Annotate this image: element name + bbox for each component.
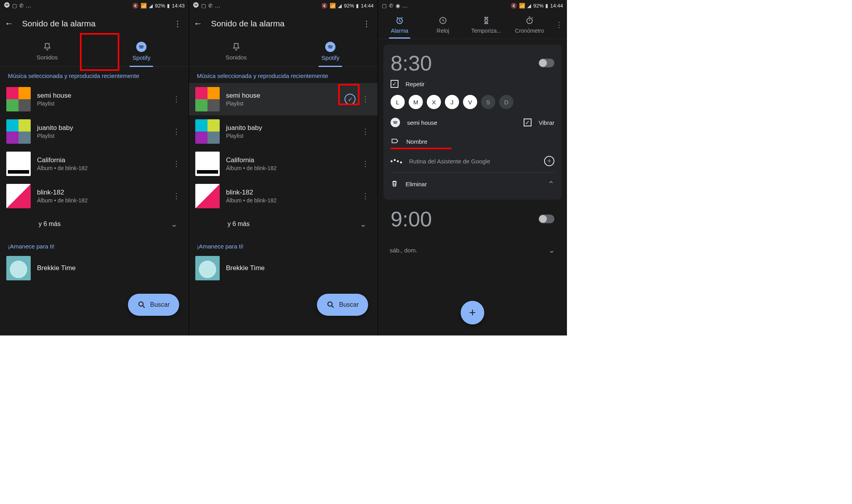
- track-row-brekkie[interactable]: Brekkie Time: [189, 252, 378, 280]
- alarm-time[interactable]: 9:00: [391, 207, 432, 231]
- repeat-checkbox[interactable]: [391, 80, 398, 88]
- track-subtitle: Playlist: [226, 100, 338, 107]
- album-art: [6, 152, 31, 176]
- chevron-up-icon[interactable]: ⌄: [548, 179, 554, 189]
- repeat-label: Repetir: [406, 81, 424, 87]
- track-title: Brekkie Time: [37, 264, 182, 272]
- track-menu-icon[interactable]: ⋮: [359, 157, 371, 170]
- overflow-menu-icon[interactable]: ⋮: [171, 19, 184, 28]
- track-row-semi-house[interactable]: semi house Playlist ✓ ⋮: [189, 83, 378, 115]
- whatsapp-icon: ✆: [208, 3, 213, 9]
- day-pill-X[interactable]: X: [427, 95, 441, 109]
- image-icon: ▢: [201, 3, 206, 9]
- tab-spotify[interactable]: Spotify: [94, 36, 189, 67]
- repeat-row[interactable]: Repetir: [391, 75, 554, 93]
- track-row-blink182[interactable]: blink-182 Álbum • de blink-182 ⋮: [189, 180, 378, 212]
- sound-row[interactable]: semi house Vibrar: [391, 113, 554, 132]
- tab-sounds[interactable]: Sonidos: [189, 36, 283, 67]
- album-art: [195, 256, 220, 280]
- alarm-summary-row[interactable]: sáb., dom. ⌄: [378, 243, 567, 261]
- back-icon[interactable]: ←: [194, 19, 202, 29]
- svg-point-1: [139, 302, 143, 306]
- more-row[interactable]: y 6 más ⌄: [0, 212, 189, 236]
- spotify-tab-icon: [136, 42, 146, 52]
- track-row-brekkie[interactable]: Brekkie Time: [0, 252, 189, 280]
- search-fab[interactable]: Buscar: [317, 294, 368, 316]
- day-pill-D[interactable]: D: [499, 95, 513, 109]
- bell-icon: [43, 42, 52, 52]
- page-title: Sonido de la alarma: [22, 19, 163, 28]
- status-time: 14:43: [172, 3, 185, 9]
- more-row[interactable]: y 6 más ⌄: [189, 212, 378, 236]
- sound-label: semi house: [407, 119, 437, 126]
- tab-clock-label: Reloj: [437, 28, 449, 34]
- day-pill-M[interactable]: M: [409, 95, 423, 109]
- tab-spotify[interactable]: Spotify: [283, 36, 378, 67]
- tab-sounds-label: Sonidos: [37, 54, 58, 61]
- album-art: [6, 256, 31, 280]
- tab-spotify-label: Spotify: [321, 54, 339, 61]
- album-art: [195, 87, 220, 111]
- track-menu-icon[interactable]: ⋮: [359, 189, 371, 203]
- more-notifications-icon: [215, 3, 220, 9]
- track-row-juanito[interactable]: juanito baby Playlist ⋮: [189, 115, 378, 148]
- signal-icon: ◢: [527, 3, 531, 9]
- bell-icon: [232, 42, 241, 52]
- track-menu-icon[interactable]: ⋮: [359, 125, 371, 138]
- whatsapp-icon: ✆: [389, 3, 393, 9]
- name-row[interactable]: Nombre: [391, 132, 554, 151]
- track-menu-icon[interactable]: ⋮: [170, 125, 182, 138]
- track-title: blink-182: [37, 189, 164, 196]
- track-menu-icon[interactable]: ⋮: [170, 189, 182, 203]
- tab-sounds-label: Sonidos: [226, 54, 247, 61]
- mute-icon: 🔇: [132, 3, 139, 9]
- tab-stopwatch[interactable]: Cronómetro: [508, 13, 551, 39]
- spotify-icon: [193, 2, 199, 9]
- delete-row[interactable]: Eliminar ⌄: [391, 174, 554, 193]
- alarm-toggle[interactable]: [539, 215, 554, 223]
- alarm-card-collapsed: 9:00: [383, 205, 561, 237]
- add-alarm-fab[interactable]: +: [461, 301, 484, 324]
- alarm-time[interactable]: 8:30: [391, 51, 432, 75]
- track-row-california[interactable]: California Álbum • de blink-182 ⋮: [189, 148, 378, 180]
- assistant-row[interactable]: Rutina del Asistente de Google +: [391, 151, 554, 171]
- back-icon[interactable]: ←: [5, 19, 13, 29]
- tab-sounds[interactable]: Sonidos: [0, 36, 94, 67]
- day-pill-S[interactable]: S: [481, 95, 495, 109]
- alarm-summary: sáb., dom.: [390, 247, 417, 254]
- more-label: y 6 más: [39, 220, 61, 228]
- track-row-juanito[interactable]: juanito baby Playlist ⋮: [0, 115, 189, 148]
- tab-clock[interactable]: Reloj: [421, 13, 465, 39]
- track-row-blink182[interactable]: blink-182 Álbum • de blink-182 ⋮: [0, 180, 189, 212]
- track-menu-icon[interactable]: ⋮: [170, 93, 182, 106]
- track-title: semi house: [37, 92, 164, 100]
- tab-alarm[interactable]: Alarma: [378, 13, 421, 39]
- album-art: [6, 184, 31, 208]
- add-routine-icon[interactable]: +: [544, 156, 554, 166]
- circle-icon: ◉: [396, 3, 400, 9]
- day-pill-V[interactable]: V: [463, 95, 477, 109]
- page-title: Sonido de la alarma: [211, 19, 352, 28]
- status-bar: ▢ ✆ ◉ 🔇 📶 ◢ 92% ▮ 14:44: [378, 0, 567, 11]
- overflow-menu-icon[interactable]: ⋮: [551, 13, 567, 29]
- tab-alarm-label: Alarma: [391, 28, 408, 34]
- track-subtitle: Álbum • de blink-182: [37, 165, 164, 171]
- section-recent-heading: Música seleccionada y reproducida recien…: [189, 67, 378, 83]
- day-pill-L[interactable]: L: [391, 95, 405, 109]
- search-fab[interactable]: Buscar: [128, 294, 179, 316]
- track-menu-icon[interactable]: ⋮: [170, 157, 182, 170]
- overflow-menu-icon[interactable]: ⋮: [360, 19, 373, 28]
- day-pill-J[interactable]: J: [445, 95, 459, 109]
- phone-screen-1: ▢ ✆ 🔇 📶 ◢ 92% ▮ 14:43 ← Sonido de la ala…: [0, 0, 189, 335]
- track-menu-icon[interactable]: ⋮: [359, 93, 371, 106]
- vibrate-label: Vibrar: [539, 119, 554, 126]
- track-row-california[interactable]: California Álbum • de blink-182 ⋮: [0, 148, 189, 180]
- album-art: [195, 119, 220, 144]
- hourglass-icon: [482, 16, 491, 25]
- tab-timer[interactable]: Temporiza...: [465, 13, 508, 39]
- track-row-semi-house[interactable]: semi house Playlist ⋮: [0, 83, 189, 115]
- battery-icon: ▮: [356, 3, 359, 9]
- image-icon: ▢: [12, 3, 17, 9]
- vibrate-checkbox[interactable]: [524, 119, 532, 126]
- alarm-toggle[interactable]: [539, 59, 554, 67]
